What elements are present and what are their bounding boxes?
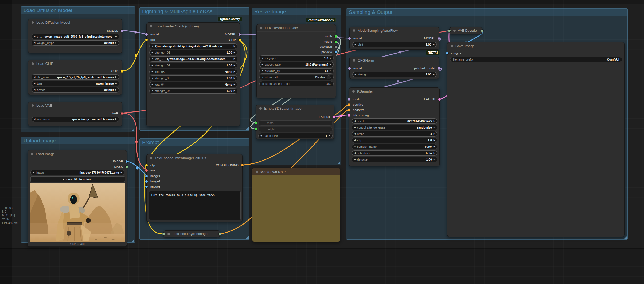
widget-weight-dtype[interactable]: ◀ weight_dtype default ▶	[32, 40, 119, 46]
height-input-port[interactable]	[255, 128, 257, 130]
node-title-bar[interactable]: ModelSamplingAuraFlow	[350, 27, 439, 34]
increment-arrow[interactable]: ▶	[434, 139, 435, 141]
collapse-dot-icon[interactable]	[256, 171, 258, 173]
clip-output-port[interactable]	[121, 70, 123, 73]
width-output-port[interactable]	[335, 35, 337, 38]
increment-arrow[interactable]: ▶	[330, 63, 331, 66]
collapse-dot-icon[interactable]	[150, 157, 152, 159]
reroute-dot[interactable]	[135, 31, 137, 34]
decrement-arrow[interactable]: ◀	[354, 152, 356, 154]
decrement-arrow[interactable]: ◀	[34, 118, 35, 120]
node-cfg-norm[interactable]: CFGNorm model patched_model ◀ strength 1…	[349, 57, 439, 79]
widget-lora-02[interactable]: ◀ lora_ ... Qwen-Image-Edit-Multi-Angle.…	[149, 56, 237, 62]
increment-arrow[interactable]: ▶	[234, 45, 235, 47]
widget-clip-name[interactable]: ◀ clip_name qwen_2.5_vl_7b_fp8_scaled.sa…	[32, 74, 119, 80]
increment-arrow[interactable]: ▶	[434, 120, 435, 122]
collapse-dot-icon[interactable]	[32, 62, 34, 65]
choose-file-button[interactable]: choose file to upload	[30, 176, 125, 182]
node-save-image[interactable]: Save Image images filename_prefix ComfyU…	[447, 42, 625, 237]
reroute-dot[interactable]	[340, 115, 342, 117]
widget-divisible-by[interactable]: ◀ divisible_by 64 ▶	[259, 68, 334, 74]
mask-output-port[interactable]	[126, 166, 128, 168]
collapsed-output-port[interactable]	[481, 30, 483, 32]
model-output-port[interactable]	[438, 37, 440, 40]
widget-strength-02[interactable]: ◀ strength_02 1.00 ▶	[149, 63, 237, 68]
decrement-arrow[interactable]: ◀	[34, 35, 35, 38]
toggle-knob-icon[interactable]	[327, 75, 331, 79]
image3-input-port[interactable]	[145, 186, 148, 188]
widget-unet-name[interactable]: ◀ u ... qwen_image_edit_2509_fp8_e4m3fn.…	[32, 34, 119, 39]
image2-input-port[interactable]	[145, 180, 148, 183]
collapsed-output-port[interactable]	[219, 233, 221, 235]
widget-scheduler[interactable]: ◀ scheduler beta ▶	[352, 150, 437, 156]
collapsed-input-port[interactable]	[448, 30, 451, 32]
increment-arrow[interactable]: ▶	[330, 57, 331, 59]
increment-arrow[interactable]: ▶	[115, 76, 117, 78]
increment-arrow[interactable]: ▶	[234, 71, 235, 73]
model-output-port[interactable]	[121, 30, 123, 32]
decrement-arrow[interactable]: ◀	[260, 135, 262, 137]
node-lora-loader-stack[interactable]: Lora Loader Stack (rgthree) model clip M…	[146, 22, 240, 126]
widget-shift[interactable]: ◀ shift 3.00 ▶	[352, 42, 437, 47]
widget-strength-03[interactable]: ◀ strength_03 1.00 ▶	[149, 75, 237, 81]
increment-arrow[interactable]: ▶	[115, 118, 117, 120]
increment-arrow[interactable]: ▶	[115, 35, 117, 38]
decrement-arrow[interactable]: ◀	[151, 45, 153, 47]
widget-lora-01[interactable]: ◀ Qwen-Image-Edit-Lightning-4steps-V1.0.…	[149, 43, 237, 49]
node-graph-canvas[interactable]: Load Diffusion Model Upload Image Lightn…	[0, 0, 644, 284]
increment-arrow[interactable]: ▶	[434, 133, 435, 135]
model-output-port[interactable]	[239, 33, 241, 36]
collapse-dot-icon[interactable]	[451, 45, 453, 47]
increment-arrow[interactable]: ▶	[234, 64, 235, 66]
widget-denoise[interactable]: ◀ denoise 1.00 ▶	[352, 157, 437, 162]
decrement-arrow[interactable]: ◀	[354, 133, 356, 135]
vae-input-port[interactable]	[145, 169, 148, 172]
widget-vae-name[interactable]: ◀ vae_name qwen_image_vae.safetensors ▶	[32, 117, 119, 122]
images-input-port[interactable]	[446, 52, 448, 54]
widget-lora-04[interactable]: ◀ lora_04 None ▶	[149, 82, 237, 87]
increment-arrow[interactable]: ▶	[433, 73, 435, 75]
node-title-bar[interactable]: Save Image	[447, 42, 624, 50]
node-model-sampling-auraflow[interactable]: ModelSamplingAuraFlow model MODEL ◀ shif…	[349, 27, 439, 50]
widget-filename-prefix[interactable]: filename_prefix ComfyUI	[450, 57, 622, 62]
node-title-bar[interactable]: Load Diffusion Model	[28, 19, 122, 26]
collapse-dot-icon[interactable]	[352, 90, 355, 93]
clip-output-port[interactable]	[239, 39, 241, 41]
node-title-bar[interactable]: Load VAE	[28, 102, 122, 109]
width-input-port[interactable]	[255, 122, 257, 124]
reroute-dot[interactable]	[397, 80, 399, 83]
increment-arrow[interactable]: ▶	[234, 83, 235, 86]
node-text-encode-negative-collapsed[interactable]: TextEncodeQwenImageE	[163, 230, 220, 237]
node-load-clip[interactable]: Load CLIP CLIP ◀ clip_name qwen_2.5_vl_7…	[28, 60, 122, 95]
widget-strength-04[interactable]: ◀ strength_04 1.00 ▶	[149, 88, 237, 94]
decrement-arrow[interactable]: ◀	[34, 82, 35, 85]
increment-arrow[interactable]: ▶	[433, 43, 435, 46]
node-load-image[interactable]: Load Image IMAGE MASK ◀ image flux-dev-1…	[28, 150, 127, 247]
collapsed-input-port[interactable]	[162, 233, 165, 235]
decrement-arrow[interactable]: ◀	[33, 171, 34, 174]
decrement-arrow[interactable]: ◀	[354, 43, 356, 46]
decrement-arrow[interactable]: ◀	[151, 58, 153, 60]
node-markdown-note[interactable]: Markdown Note	[252, 168, 340, 242]
increment-arrow[interactable]: ▶	[234, 58, 235, 60]
decrement-arrow[interactable]: ◀	[151, 64, 153, 66]
collapse-dot-icon[interactable]	[167, 233, 170, 235]
increment-arrow[interactable]: ▶	[115, 89, 117, 91]
widget-width-input[interactable]: width	[258, 120, 333, 126]
node-title-bar[interactable]: Flux Resolution Calc	[257, 24, 336, 32]
resolution-output-port[interactable]	[335, 46, 337, 48]
widget-custom-aspect-ratio[interactable]: custom_aspect_ratio 1:1	[259, 81, 334, 86]
increment-arrow[interactable]: ▶	[121, 171, 122, 174]
node-title-bar[interactable]: Lora Loader Stack (rgthree)	[147, 23, 240, 30]
collapse-dot-icon[interactable]	[353, 59, 355, 62]
decrement-arrow[interactable]: ◀	[34, 42, 35, 44]
latent-output-port[interactable]	[438, 98, 441, 101]
collapse-dot-icon[interactable]	[259, 107, 262, 110]
increment-arrow[interactable]: ▶	[234, 90, 235, 92]
patched-model-output-port[interactable]	[438, 67, 440, 70]
preview-output-port[interactable]	[335, 51, 337, 53]
reroute-dot[interactable]	[399, 51, 401, 54]
widget-height-input[interactable]: height	[258, 127, 333, 132]
increment-arrow[interactable]: ▶	[329, 135, 330, 137]
node-title-bar[interactable]: Load CLIP	[28, 60, 122, 67]
